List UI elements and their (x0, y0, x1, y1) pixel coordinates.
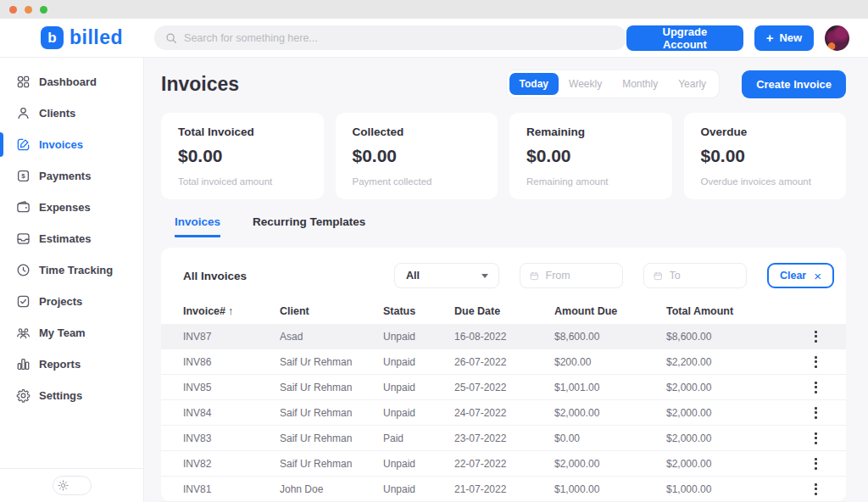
column-header-status[interactable]: Status (383, 305, 454, 317)
sidebar-item-invoices[interactable]: Invoices (0, 129, 143, 160)
sidebar-item-clients[interactable]: Clients (0, 98, 143, 129)
row-menu-button[interactable] (807, 400, 824, 425)
page-header: Invoices Today Weekly Monthly Yearly Cre… (161, 70, 846, 98)
period-option-weekly[interactable]: Weekly (559, 73, 612, 95)
column-header-total-amount[interactable]: Total Amount (666, 305, 807, 317)
cell-client: John Doe (280, 483, 383, 495)
clients-icon (16, 106, 31, 120)
date-to-input[interactable] (670, 270, 737, 282)
app-window: b billed Upgrade Account + New (0, 0, 868, 502)
clear-filters-button[interactable]: Clear × (767, 263, 834, 288)
app-logo[interactable]: b billed (41, 26, 123, 49)
period-filter: Today Weekly Monthly Yearly (506, 70, 721, 98)
sidebar-item-reports[interactable]: Reports (0, 349, 143, 380)
time-tracking-icon (16, 263, 31, 277)
date-from-field[interactable] (520, 263, 623, 288)
row-menu-button[interactable] (807, 324, 824, 349)
expenses-icon (16, 200, 31, 215)
column-header-client[interactable]: Client (280, 305, 383, 317)
tab-recurring-templates[interactable]: Recurring Templates (253, 215, 365, 237)
cell-invoice: INV83 (183, 432, 280, 444)
search-input[interactable] (184, 32, 615, 44)
cell-amount-due: $200.00 (554, 356, 666, 368)
my-team-icon (16, 326, 31, 340)
date-from-input[interactable] (546, 270, 613, 282)
window-close-button[interactable] (9, 6, 17, 14)
stat-title: Remaining (526, 126, 655, 138)
sidebar-item-projects[interactable]: Projects (0, 286, 143, 317)
sidebar-item-label: Payments (39, 170, 91, 182)
new-button[interactable]: + New (754, 25, 815, 51)
sidebar-item-expenses[interactable]: Expenses (0, 192, 143, 223)
window-zoom-button[interactable] (40, 6, 47, 14)
row-menu-button[interactable] (807, 426, 824, 450)
stat-card-collected: Collected $0.00 Payment collected (336, 113, 498, 199)
cell-amount-due: $8,600.00 (554, 331, 666, 343)
cell-invoice: INV81 (183, 483, 280, 495)
sidebar-item-time-tracking[interactable]: Time Tracking (0, 254, 143, 286)
table-row[interactable]: INV82 Saif Ur Rehman Unpaid 22-07-2022 $… (161, 451, 846, 477)
row-menu-button[interactable] (807, 451, 824, 476)
sidebar-item-payments[interactable]: $ Payments (0, 160, 143, 192)
dashboard-icon (16, 75, 31, 89)
logo-icon: b (41, 26, 64, 49)
sidebar-item-label: Settings (39, 389, 82, 402)
plus-icon: + (766, 31, 774, 45)
cell-status: Unpaid (383, 331, 454, 343)
sidebar-item-label: Clients (39, 107, 75, 120)
table-row[interactable]: INV86 Saif Ur Rehman Unpaid 26-07-2022 $… (161, 349, 846, 375)
cell-due-date: 24-07-2022 (454, 407, 554, 419)
row-menu-button[interactable] (807, 477, 824, 501)
status-filter-select[interactable]: All (394, 263, 499, 288)
sidebar-item-dashboard[interactable]: Dashboard (0, 66, 143, 98)
cell-due-date: 23-07-2022 (454, 432, 554, 444)
sidebar-item-estimates[interactable]: Estimates (0, 223, 143, 254)
page-title: Invoices (161, 73, 239, 96)
stat-value: $0.00 (353, 146, 481, 166)
row-menu-button[interactable] (807, 375, 824, 399)
cell-status: Unpaid (383, 458, 454, 470)
period-option-monthly[interactable]: Monthly (612, 73, 668, 95)
theme-toggle[interactable] (53, 476, 92, 495)
upgrade-account-button[interactable]: Upgrade Account (626, 25, 743, 51)
calendar-icon (530, 271, 539, 282)
table-section-title: All Invoices (183, 270, 247, 282)
cell-invoice: INV86 (183, 356, 280, 368)
table-row[interactable]: INV87 Asad Unpaid 16-08-2022 $8,600.00 $… (161, 324, 846, 349)
window-minimize-button[interactable] (25, 6, 32, 14)
sort-asc-icon: ↑ (228, 305, 233, 317)
sidebar-item-label: Projects (39, 295, 82, 308)
tab-invoices[interactable]: Invoices (175, 215, 220, 237)
period-option-yearly[interactable]: Yearly (668, 73, 716, 95)
column-header-invoice[interactable]: Invoice#↑ (183, 305, 280, 317)
table-row[interactable]: INV84 Saif Ur Rehman Unpaid 24-07-2022 $… (161, 400, 846, 426)
cell-amount-due: $1,000.00 (554, 483, 666, 495)
row-menu-button[interactable] (807, 349, 824, 374)
create-invoice-button[interactable]: Create Invoice (742, 70, 846, 98)
stat-card-remaining: Remaining $0.00 Remaining amount (509, 113, 672, 199)
user-avatar[interactable] (825, 25, 849, 51)
column-header-due-date[interactable]: Due Date (454, 305, 554, 317)
sidebar-item-label: Reports (39, 358, 81, 371)
stat-subtitle: Remaining amount (526, 176, 655, 187)
period-option-today[interactable]: Today (509, 73, 559, 95)
sidebar-item-label: Time Tracking (39, 264, 113, 276)
cell-due-date: 22-07-2022 (454, 458, 554, 470)
new-button-label: New (779, 31, 802, 44)
cell-due-date: 16-08-2022 (454, 331, 554, 343)
table-row[interactable]: INV83 Saif Ur Rehman Paid 23-07-2022 $0.… (161, 426, 846, 451)
table-row[interactable]: INV85 Saif Ur Rehman Unpaid 25-07-2022 $… (161, 375, 846, 400)
stat-title: Collected (353, 126, 481, 138)
table-row[interactable]: INV81 John Doe Unpaid 21-07-2022 $1,000.… (161, 477, 846, 502)
search-bar[interactable] (154, 25, 626, 50)
sidebar-item-label: My Team (39, 326, 86, 339)
main-content: Invoices Today Weekly Monthly Yearly Cre… (144, 58, 868, 502)
date-to-field[interactable] (643, 263, 747, 288)
column-header-amount-due[interactable]: Amount Due (554, 305, 666, 317)
sidebar-item-my-team[interactable]: My Team (0, 317, 143, 349)
invoices-icon (16, 137, 31, 152)
sidebar-item-settings[interactable]: Settings (0, 380, 143, 411)
close-icon: × (814, 270, 821, 282)
stat-title: Overdue (701, 126, 830, 138)
clear-label: Clear (780, 270, 806, 282)
